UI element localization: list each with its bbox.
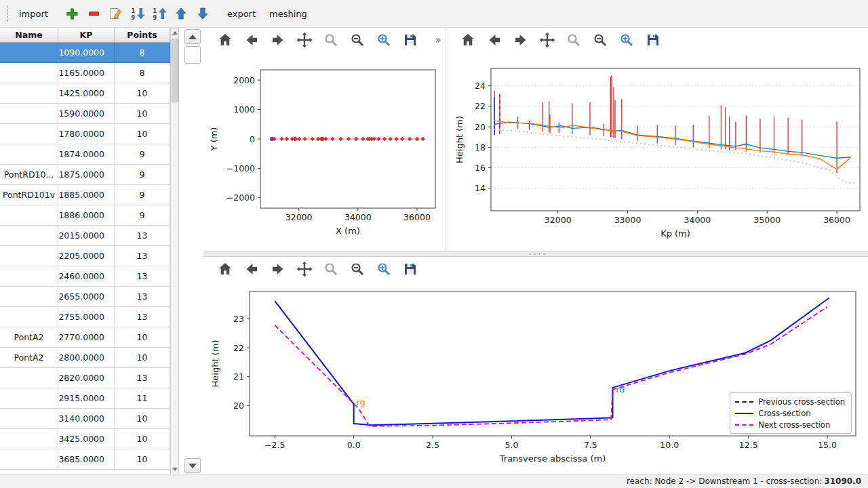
pan-button[interactable] xyxy=(536,30,557,50)
back-icon xyxy=(486,32,502,48)
zoom-in-button[interactable] xyxy=(616,30,637,50)
column-header-points[interactable]: Points xyxy=(115,28,170,43)
zoom-icon xyxy=(323,32,339,48)
cell-name xyxy=(0,429,58,449)
scrollbar-thumb[interactable] xyxy=(172,39,179,102)
sort-ascending-button[interactable]: 19 xyxy=(149,3,170,24)
cross-section-plot[interactable]: rgrd−2.50.02.55.07.510.012.515.020212223… xyxy=(203,281,868,476)
svg-text:22: 22 xyxy=(233,343,244,353)
cell-kp: 31590.0000 xyxy=(58,104,115,124)
zoom-button[interactable] xyxy=(320,30,341,50)
table-row[interactable]: 33685.000010 xyxy=(0,449,170,470)
table-row[interactable]: 31425.000010 xyxy=(0,83,170,104)
table-row[interactable]: 33425.000010 xyxy=(0,429,170,449)
back-button[interactable] xyxy=(484,30,505,50)
profile-plot[interactable]: 3200033000340003500036000141618202224Kp … xyxy=(446,52,868,251)
svg-text:0: 0 xyxy=(250,134,255,144)
table-row[interactable]: 32205.000013 xyxy=(0,246,170,266)
forward-button[interactable] xyxy=(510,30,531,50)
table-row[interactable]: 31590.000010 xyxy=(0,104,170,124)
cross-section-plot-toolbar xyxy=(203,257,868,281)
export-button[interactable]: export xyxy=(221,3,262,24)
pan-button[interactable] xyxy=(294,259,315,279)
panel-scroll-up-button[interactable] xyxy=(184,29,201,44)
cell-kp: 32205.0000 xyxy=(58,246,115,266)
cross-section-plot-canvas[interactable]: rgrd−2.50.02.55.07.510.012.515.020212223… xyxy=(203,281,867,476)
table-row[interactable]: 32460.000013 xyxy=(0,266,170,287)
pan-icon xyxy=(538,31,556,49)
table-row[interactable]: PontA232800.000010 xyxy=(0,348,170,368)
column-header-kp[interactable]: KP xyxy=(58,28,115,43)
home-icon xyxy=(217,261,233,277)
zoom-button[interactable] xyxy=(563,30,584,50)
zoom-button[interactable] xyxy=(320,259,341,279)
save-button[interactable] xyxy=(399,30,420,50)
move-down-button[interactable] xyxy=(193,3,213,24)
forward-icon xyxy=(270,261,286,277)
toolbar-overflow-button[interactable]: » xyxy=(433,30,443,49)
forward-button[interactable] xyxy=(267,259,288,279)
table-row[interactable]: PontA232770.000010 xyxy=(0,327,170,348)
table-row[interactable]: 32015.000013 xyxy=(0,226,170,246)
back-button[interactable] xyxy=(241,30,262,50)
table-row[interactable]: 32655.000013 xyxy=(0,287,170,307)
table-row[interactable]: 31780.000010 xyxy=(0,124,170,144)
zoom-in-button[interactable] xyxy=(373,259,394,279)
move-up-button[interactable] xyxy=(171,3,191,24)
cell-name xyxy=(0,144,58,165)
edit-cross-section-button[interactable] xyxy=(106,3,126,24)
table-row[interactable]: PontRD10...31875.00009 xyxy=(0,165,170,185)
zoom-out-button[interactable] xyxy=(589,30,610,50)
meshing-button[interactable]: meshing xyxy=(263,3,313,24)
table-row[interactable]: 32820.000013 xyxy=(0,368,170,388)
table-row[interactable]: PontRD101v31885.00009 xyxy=(0,185,170,205)
panel-scroll-down-icon xyxy=(189,464,197,468)
edit-icon xyxy=(109,7,123,20)
panel-scroll-down-button[interactable] xyxy=(184,458,201,473)
svg-text:2.5: 2.5 xyxy=(426,440,439,450)
cell-kp: 31875.0000 xyxy=(58,165,115,185)
plan-plot[interactable]: 320003400036000−2000−1000010002000X (m)Y… xyxy=(203,52,446,251)
plot-legend: Previous cross-sectionCross-sectionNext … xyxy=(730,392,852,434)
table-row[interactable]: 31886.00009 xyxy=(0,205,170,226)
home-button[interactable] xyxy=(214,30,235,50)
cell-points: 10 xyxy=(115,449,170,470)
panel-scrollbar-thumb[interactable] xyxy=(184,46,201,64)
pan-button[interactable] xyxy=(294,30,315,50)
scroll-up-button[interactable] xyxy=(171,28,178,37)
sort-descending-icon: 19 xyxy=(130,7,145,20)
cell-name: PontRD10... xyxy=(0,165,58,185)
home-button[interactable] xyxy=(214,259,235,279)
table-row[interactable]: 33140.000010 xyxy=(0,409,170,429)
table-scrollbar[interactable] xyxy=(170,28,179,474)
back-button[interactable] xyxy=(241,259,262,279)
cell-name xyxy=(0,307,58,327)
profile-plot-canvas[interactable]: 3200033000340003500036000141618202224Kp … xyxy=(446,52,868,251)
add-cross-section-button[interactable] xyxy=(62,3,83,24)
column-header-name[interactable]: Name xyxy=(0,28,58,43)
table-row[interactable]: 31165.00008 xyxy=(0,63,170,83)
table-row[interactable]: 31090.00008 xyxy=(0,43,170,63)
home-button[interactable] xyxy=(457,30,478,50)
svg-text:rg: rg xyxy=(356,397,365,407)
toolbar-grip[interactable] xyxy=(5,5,9,22)
import-button[interactable]: import xyxy=(13,3,54,24)
save-button[interactable] xyxy=(642,30,663,50)
svg-text:32000: 32000 xyxy=(285,212,313,222)
plan-plot-canvas[interactable]: 320003400036000−2000−1000010002000X (m)Y… xyxy=(203,52,445,251)
save-button[interactable] xyxy=(399,259,420,279)
forward-button[interactable] xyxy=(267,30,288,50)
scroll-down-button[interactable] xyxy=(171,465,178,474)
legend-label: Cross-section xyxy=(758,409,810,418)
table-row[interactable]: 32755.000013 xyxy=(0,307,170,327)
horizontal-splitter[interactable] xyxy=(203,251,868,257)
remove-cross-section-button[interactable] xyxy=(84,3,104,24)
zoom-in-button[interactable] xyxy=(373,30,394,50)
zoom-out-button[interactable] xyxy=(347,259,368,279)
zoom-out-button[interactable] xyxy=(347,30,368,50)
table-row[interactable]: 32915.000011 xyxy=(0,388,170,409)
svg-text:22: 22 xyxy=(475,101,486,111)
table-row[interactable]: 31874.00009 xyxy=(0,144,170,165)
sort-descending-button[interactable]: 19 xyxy=(127,3,148,24)
panel-scrollbar[interactable] xyxy=(184,28,202,474)
